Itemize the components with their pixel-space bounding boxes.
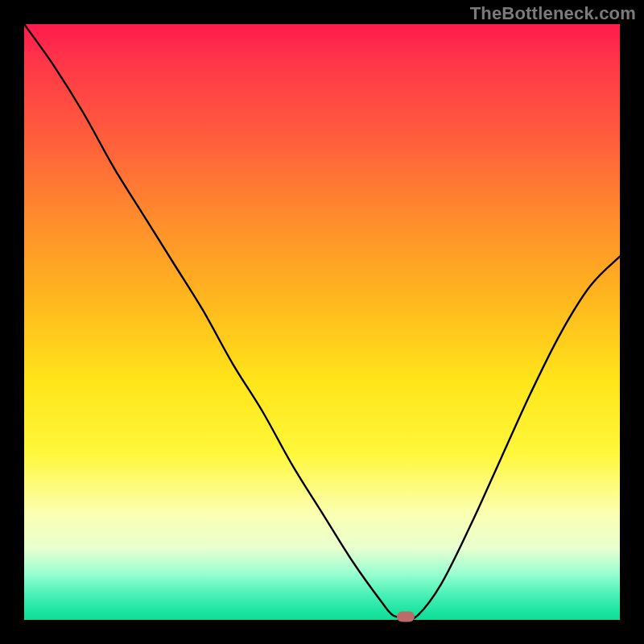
curve-svg (24, 24, 620, 620)
plot-area (24, 24, 620, 620)
optimal-marker (397, 612, 415, 622)
chart-frame: TheBottleneck.com (0, 0, 644, 644)
watermark-text: TheBottleneck.com (470, 3, 636, 24)
bottleneck-curve (24, 24, 620, 619)
